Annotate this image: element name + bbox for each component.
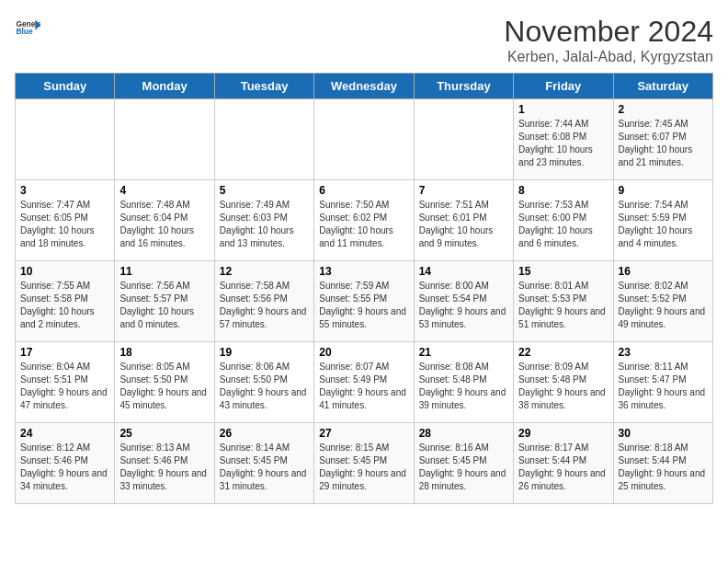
weekday-header-saturday: Saturday	[613, 74, 712, 99]
logo: General Blue	[15, 15, 40, 40]
day-number: 19	[220, 346, 309, 359]
day-number: 9	[619, 184, 708, 197]
calendar-cell: 1Sunrise: 7:44 AM Sunset: 6:08 PM Daylig…	[514, 99, 613, 180]
weekday-header-sunday: Sunday	[16, 74, 115, 99]
day-number: 25	[119, 427, 209, 440]
day-info: Sunrise: 7:45 AM Sunset: 6:07 PM Dayligh…	[619, 118, 708, 169]
day-number: 20	[319, 346, 408, 359]
day-number: 1	[518, 103, 608, 116]
calendar-cell: 22Sunrise: 8:09 AM Sunset: 5:48 PM Dayli…	[514, 342, 613, 423]
calendar-cell: 8Sunrise: 7:53 AM Sunset: 6:00 PM Daylig…	[514, 180, 613, 261]
calendar-cell: 19Sunrise: 8:06 AM Sunset: 5:50 PM Dayli…	[214, 342, 313, 423]
calendar-cell	[414, 99, 513, 180]
calendar-cell	[214, 99, 313, 180]
calendar-cell: 18Sunrise: 8:05 AM Sunset: 5:50 PM Dayli…	[115, 342, 214, 423]
weekday-header-friday: Friday	[514, 74, 613, 99]
calendar-cell: 9Sunrise: 7:54 AM Sunset: 5:59 PM Daylig…	[613, 180, 712, 261]
calendar-cell: 12Sunrise: 7:58 AM Sunset: 5:56 PM Dayli…	[214, 261, 313, 342]
day-info: Sunrise: 8:06 AM Sunset: 5:50 PM Dayligh…	[220, 361, 309, 412]
day-info: Sunrise: 7:47 AM Sunset: 6:05 PM Dayligh…	[20, 199, 109, 250]
day-info: Sunrise: 8:09 AM Sunset: 5:48 PM Dayligh…	[518, 361, 608, 412]
calendar-cell: 11Sunrise: 7:56 AM Sunset: 5:57 PM Dayli…	[115, 261, 214, 342]
calendar-cell: 10Sunrise: 7:55 AM Sunset: 5:58 PM Dayli…	[16, 261, 115, 342]
week-row-1: 1Sunrise: 7:44 AM Sunset: 6:08 PM Daylig…	[16, 99, 713, 180]
day-number: 27	[319, 427, 408, 440]
day-info: Sunrise: 7:54 AM Sunset: 5:59 PM Dayligh…	[619, 199, 708, 250]
day-number: 15	[518, 265, 608, 278]
day-number: 10	[20, 265, 109, 278]
calendar-cell: 4Sunrise: 7:48 AM Sunset: 6:04 PM Daylig…	[115, 180, 214, 261]
day-info: Sunrise: 8:16 AM Sunset: 5:45 PM Dayligh…	[419, 442, 508, 493]
calendar-cell: 30Sunrise: 8:18 AM Sunset: 5:44 PM Dayli…	[613, 423, 712, 504]
calendar-cell: 6Sunrise: 7:50 AM Sunset: 6:02 PM Daylig…	[314, 180, 414, 261]
day-number: 26	[220, 427, 309, 440]
day-info: Sunrise: 8:01 AM Sunset: 5:53 PM Dayligh…	[518, 280, 608, 331]
day-number: 18	[119, 346, 209, 359]
day-info: Sunrise: 8:05 AM Sunset: 5:50 PM Dayligh…	[119, 361, 209, 412]
calendar-cell: 26Sunrise: 8:14 AM Sunset: 5:45 PM Dayli…	[214, 423, 313, 504]
calendar-cell	[16, 99, 115, 180]
day-number: 23	[619, 346, 708, 359]
day-info: Sunrise: 7:51 AM Sunset: 6:01 PM Dayligh…	[419, 199, 508, 250]
calendar-cell: 27Sunrise: 8:15 AM Sunset: 5:45 PM Dayli…	[314, 423, 414, 504]
day-info: Sunrise: 7:53 AM Sunset: 6:00 PM Dayligh…	[518, 199, 608, 250]
day-info: Sunrise: 8:00 AM Sunset: 5:54 PM Dayligh…	[419, 280, 508, 331]
day-number: 5	[220, 184, 309, 197]
day-number: 30	[619, 427, 708, 440]
calendar-cell: 20Sunrise: 8:07 AM Sunset: 5:49 PM Dayli…	[314, 342, 414, 423]
day-info: Sunrise: 7:56 AM Sunset: 5:57 PM Dayligh…	[119, 280, 209, 331]
day-info: Sunrise: 7:48 AM Sunset: 6:04 PM Dayligh…	[119, 199, 209, 250]
weekday-header-row: SundayMondayTuesdayWednesdayThursdayFrid…	[16, 74, 713, 99]
calendar-cell: 23Sunrise: 8:11 AM Sunset: 5:47 PM Dayli…	[613, 342, 712, 423]
location-title: Kerben, Jalal-Abad, Kyrgyzstan	[504, 49, 713, 65]
calendar-cell	[314, 99, 414, 180]
day-info: Sunrise: 8:17 AM Sunset: 5:44 PM Dayligh…	[518, 442, 608, 493]
week-row-4: 17Sunrise: 8:04 AM Sunset: 5:51 PM Dayli…	[16, 342, 713, 423]
calendar-cell: 24Sunrise: 8:12 AM Sunset: 5:46 PM Dayli…	[16, 423, 115, 504]
calendar-cell: 7Sunrise: 7:51 AM Sunset: 6:01 PM Daylig…	[414, 180, 513, 261]
day-info: Sunrise: 7:59 AM Sunset: 5:55 PM Dayligh…	[319, 280, 408, 331]
calendar-cell: 25Sunrise: 8:13 AM Sunset: 5:46 PM Dayli…	[115, 423, 214, 504]
day-info: Sunrise: 8:08 AM Sunset: 5:48 PM Dayligh…	[419, 361, 508, 412]
calendar-cell: 3Sunrise: 7:47 AM Sunset: 6:05 PM Daylig…	[16, 180, 115, 261]
day-info: Sunrise: 7:50 AM Sunset: 6:02 PM Dayligh…	[319, 199, 408, 250]
day-info: Sunrise: 8:07 AM Sunset: 5:49 PM Dayligh…	[319, 361, 408, 412]
calendar-cell: 21Sunrise: 8:08 AM Sunset: 5:48 PM Dayli…	[414, 342, 513, 423]
day-info: Sunrise: 8:18 AM Sunset: 5:44 PM Dayligh…	[619, 442, 708, 493]
day-number: 29	[518, 427, 608, 440]
day-info: Sunrise: 8:13 AM Sunset: 5:46 PM Dayligh…	[119, 442, 209, 493]
calendar-cell: 15Sunrise: 8:01 AM Sunset: 5:53 PM Dayli…	[514, 261, 613, 342]
day-number: 2	[619, 103, 708, 116]
logo-icon: General Blue	[15, 15, 40, 40]
day-info: Sunrise: 8:04 AM Sunset: 5:51 PM Dayligh…	[20, 361, 109, 412]
day-number: 8	[518, 184, 608, 197]
weekday-header-monday: Monday	[115, 74, 214, 99]
day-number: 28	[419, 427, 508, 440]
day-info: Sunrise: 7:44 AM Sunset: 6:08 PM Dayligh…	[518, 118, 608, 169]
day-number: 6	[319, 184, 408, 197]
day-info: Sunrise: 8:15 AM Sunset: 5:45 PM Dayligh…	[319, 442, 408, 493]
day-number: 12	[220, 265, 309, 278]
calendar-cell	[115, 99, 214, 180]
day-number: 17	[20, 346, 109, 359]
day-info: Sunrise: 7:58 AM Sunset: 5:56 PM Dayligh…	[220, 280, 309, 331]
calendar-cell: 13Sunrise: 7:59 AM Sunset: 5:55 PM Dayli…	[314, 261, 414, 342]
month-title: November 2024	[504, 15, 713, 49]
calendar-table: SundayMondayTuesdayWednesdayThursdayFrid…	[15, 73, 713, 504]
weekday-header-wednesday: Wednesday	[314, 74, 414, 99]
day-info: Sunrise: 8:02 AM Sunset: 5:52 PM Dayligh…	[619, 280, 708, 331]
day-number: 11	[119, 265, 209, 278]
svg-text:Blue: Blue	[16, 27, 32, 36]
calendar-cell: 28Sunrise: 8:16 AM Sunset: 5:45 PM Dayli…	[414, 423, 513, 504]
day-info: Sunrise: 7:55 AM Sunset: 5:58 PM Dayligh…	[20, 280, 109, 331]
day-number: 4	[119, 184, 209, 197]
weekday-header-tuesday: Tuesday	[214, 74, 313, 99]
week-row-5: 24Sunrise: 8:12 AM Sunset: 5:46 PM Dayli…	[16, 423, 713, 504]
calendar-cell: 17Sunrise: 8:04 AM Sunset: 5:51 PM Dayli…	[16, 342, 115, 423]
weekday-header-thursday: Thursday	[414, 74, 513, 99]
day-number: 7	[419, 184, 508, 197]
calendar-cell: 2Sunrise: 7:45 AM Sunset: 6:07 PM Daylig…	[613, 99, 712, 180]
day-number: 13	[319, 265, 408, 278]
calendar-cell: 5Sunrise: 7:49 AM Sunset: 6:03 PM Daylig…	[214, 180, 313, 261]
day-number: 14	[419, 265, 508, 278]
